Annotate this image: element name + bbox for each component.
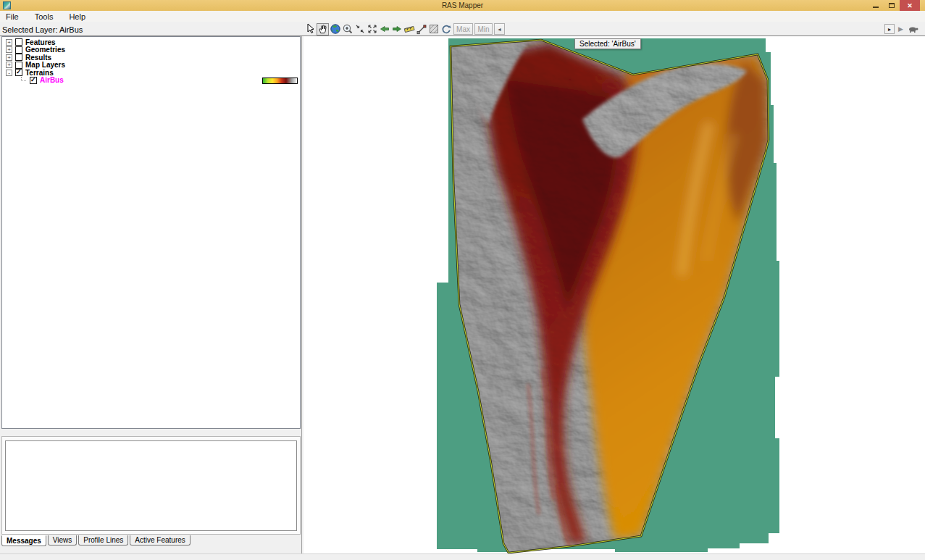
full-extent-button[interactable]	[366, 23, 378, 35]
expander-icon[interactable]: +	[6, 54, 12, 61]
select-tool-button[interactable]	[304, 23, 317, 35]
map-layers-checkbox[interactable]	[15, 62, 22, 69]
animation-toolbar: ▸ ▶	[884, 23, 919, 35]
tab-profile-lines[interactable]: Profile Lines	[78, 535, 128, 546]
tree-item-label: AirBus	[40, 76, 64, 84]
map-canvas[interactable]: Selected: 'AirBus'	[304, 36, 925, 553]
zoom-window-icon	[354, 23, 366, 35]
messages-panel	[1, 436, 301, 535]
tree-item-map-layers[interactable]: + Map Layers	[2, 62, 300, 70]
geometries-checkbox[interactable]	[15, 46, 22, 54]
measure-ruler-icon	[403, 23, 415, 35]
measure-tool-button[interactable]	[403, 23, 415, 35]
status-bar	[0, 553, 925, 560]
raster-tool-button[interactable]	[427, 23, 440, 35]
menu-file[interactable]: File	[6, 12, 26, 21]
terrains-checkbox[interactable]	[15, 69, 22, 76]
full-extent-icon	[367, 23, 378, 35]
collapse-button[interactable]: ◄	[494, 23, 505, 35]
select-arrow-icon	[305, 23, 317, 35]
profile-line-icon	[416, 23, 427, 35]
zoom-window-button[interactable]	[353, 23, 366, 35]
bottom-tab-bar: Messages Views Profile Lines Active Feat…	[1, 535, 192, 546]
menu-tools[interactable]: Tools	[35, 12, 61, 21]
tab-views[interactable]: Views	[48, 535, 78, 546]
tree-item-label: Results	[25, 54, 51, 62]
globe-icon	[330, 23, 341, 35]
max-button[interactable]: Max	[453, 23, 473, 35]
expander-icon[interactable]: -	[6, 70, 12, 76]
features-checkbox[interactable]	[15, 38, 22, 46]
terrain-color-ramp-legend	[262, 78, 298, 84]
previous-view-button[interactable]	[378, 23, 390, 35]
rotate-icon	[440, 23, 452, 35]
minimize-button[interactable]	[868, 0, 884, 11]
tree-item-terrains[interactable]: - Terrains	[2, 69, 300, 77]
min-button[interactable]: Min	[474, 23, 493, 35]
tree-item-label: Features	[25, 38, 56, 46]
tab-messages[interactable]: Messages	[1, 535, 46, 546]
close-button[interactable]: ✕	[900, 0, 920, 11]
previous-view-arrow-icon	[379, 23, 390, 35]
title-bar[interactable]: RAS Mapper ✕	[0, 0, 925, 11]
minimize-icon	[873, 7, 879, 8]
expander-icon[interactable]: +	[6, 62, 12, 68]
expander-icon[interactable]: +	[6, 39, 12, 46]
menu-help[interactable]: Help	[69, 12, 93, 21]
tree-item-features[interactable]: + Features	[2, 38, 300, 46]
pan-hand-icon	[317, 23, 328, 35]
window-title: RAS Mapper	[0, 1, 925, 9]
raster-pattern-icon	[428, 23, 440, 35]
selection-tooltip: Selected: 'AirBus'	[574, 38, 641, 49]
profile-line-button[interactable]	[415, 23, 427, 35]
tree-item-airbus[interactable]: AirBus	[2, 77, 300, 85]
expander-icon[interactable]: +	[6, 46, 12, 53]
tree-item-label: Terrains	[25, 69, 54, 77]
terrain-map	[304, 36, 925, 553]
results-checkbox[interactable]	[15, 54, 22, 61]
step-button[interactable]: ▸	[884, 24, 895, 34]
tree-item-label: Geometries	[25, 46, 65, 54]
messages-text-area[interactable]	[5, 440, 297, 531]
turtle-icon[interactable]	[907, 24, 919, 34]
next-view-button[interactable]	[390, 23, 403, 35]
tree-item-label: Map Layers	[25, 61, 65, 69]
play-icon[interactable]: ▶	[898, 25, 903, 33]
restore-icon	[889, 3, 895, 8]
zoom-extents-button[interactable]	[329, 23, 341, 35]
panel-splitter[interactable]	[301, 36, 302, 553]
tab-active-features[interactable]: Active Features	[130, 535, 190, 546]
zoom-in-icon	[342, 23, 353, 35]
next-view-arrow-icon	[391, 23, 403, 35]
rotate-view-button[interactable]	[440, 23, 452, 35]
map-toolbar: Max Min ◄	[304, 22, 505, 35]
tree-connector	[21, 77, 26, 81]
selected-layer-label: Selected Layer: AirBus	[2, 25, 83, 34]
menu-bar: File Tools Help	[0, 11, 925, 22]
tree-item-geometries[interactable]: + Geometries	[2, 46, 300, 54]
pan-tool-button[interactable]	[317, 23, 329, 35]
tree-item-results[interactable]: + Results	[2, 54, 300, 62]
zoom-in-button[interactable]	[341, 23, 353, 35]
airbus-checkbox[interactable]	[30, 77, 37, 84]
layers-tree-panel: + Features + Geometries + Results + Map …	[1, 36, 301, 429]
toolbar-strip: Selected Layer: AirBus	[0, 22, 925, 36]
restore-button[interactable]	[884, 0, 900, 11]
